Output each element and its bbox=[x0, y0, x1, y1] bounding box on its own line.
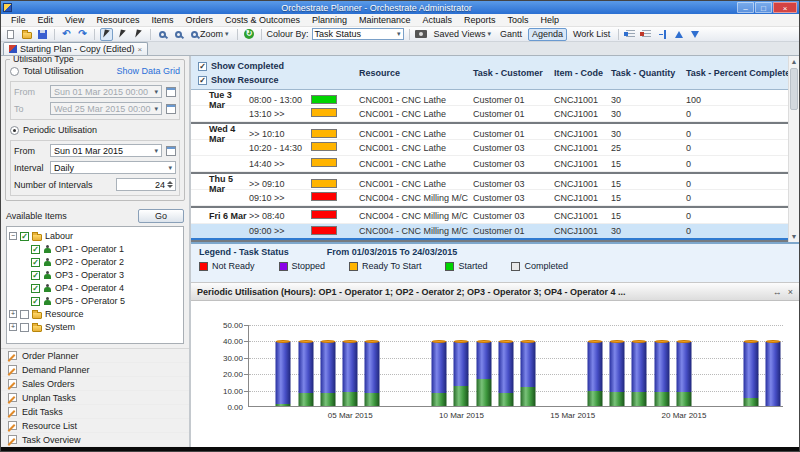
tree-node-op3-operator-3[interactable]: ✓OP3 - Operator 3 bbox=[9, 269, 181, 281]
agenda-view-button[interactable]: Agenda bbox=[528, 28, 567, 41]
chart-expand-button[interactable]: ↔ bbox=[773, 287, 782, 297]
spin-up-icon[interactable] bbox=[167, 181, 173, 184]
table-row[interactable]: Thu 5 Mar>> 09:10CNC001 - CNC LatheCusto… bbox=[191, 174, 799, 190]
show-data-grid-link[interactable]: Show Data Grid bbox=[116, 66, 180, 76]
tree-checkbox[interactable] bbox=[20, 310, 29, 319]
tree-checkbox[interactable]: ✓ bbox=[20, 232, 29, 241]
column-header-task-percent-completed[interactable]: Task - Percent Completed bbox=[686, 68, 799, 78]
zoom-in-button[interactable] bbox=[156, 28, 169, 41]
move-down-button[interactable] bbox=[688, 28, 701, 41]
menu-item-costs-outcomes[interactable]: Costs & Outcomes bbox=[219, 14, 306, 27]
periodic-from-field[interactable]: Sun 01 Mar 2015 ▾ bbox=[50, 144, 162, 157]
tree-node-resource[interactable]: +Resource bbox=[9, 308, 181, 320]
tree-checkbox[interactable] bbox=[20, 323, 29, 332]
scroll-up-button[interactable]: ▲ bbox=[789, 56, 799, 67]
nav-item-order-planner[interactable]: Order Planner bbox=[1, 349, 189, 363]
calendar-icon[interactable] bbox=[166, 146, 176, 156]
spin-down-icon[interactable] bbox=[167, 185, 173, 188]
number-stepper[interactable] bbox=[166, 179, 174, 190]
nav-item-demand-planner[interactable]: Demand Planner bbox=[1, 363, 189, 377]
menu-item-view[interactable]: View bbox=[59, 14, 90, 27]
column-header-task-quantity[interactable]: Task - Quantity bbox=[611, 68, 686, 78]
nav-item-edit-tasks[interactable]: Edit Tasks bbox=[1, 405, 189, 419]
menu-item-edit[interactable]: Edit bbox=[32, 14, 60, 27]
saved-views-button[interactable]: Saved Views ▾ bbox=[431, 28, 494, 41]
number-of-intervals-field[interactable]: 24 bbox=[116, 178, 176, 191]
outdent-button[interactable] bbox=[624, 28, 637, 41]
tree-expander-icon[interactable]: − bbox=[9, 232, 17, 240]
total-from-field[interactable]: Sun 01 Mar 2015 00:00 ▾ bbox=[50, 85, 162, 98]
tree-checkbox[interactable]: ✓ bbox=[31, 284, 40, 293]
save-button[interactable] bbox=[36, 28, 49, 41]
nav-item-unplan-tasks[interactable]: Unplan Tasks bbox=[1, 391, 189, 405]
tab-close-icon[interactable]: × bbox=[138, 45, 143, 54]
select-mode-button[interactable] bbox=[100, 28, 113, 41]
show-completed-toggle[interactable]: ✓ Show Completed bbox=[198, 59, 284, 73]
tree-node-op1-operator-1[interactable]: ✓OP1 - Operator 1 bbox=[9, 243, 181, 255]
table-row[interactable]: Tue 3 Mar08:00 - 13:00CNC001 - CNC Lathe… bbox=[191, 90, 799, 106]
table-row[interactable]: Wed 4 Mar>> 10:10CNC001 - CNC LatheCusto… bbox=[191, 124, 799, 140]
gantt-view-button[interactable]: Gantt bbox=[497, 28, 525, 41]
tree-expander-icon[interactable]: + bbox=[9, 310, 17, 318]
total-to-field[interactable]: Wed 25 Mar 2015 00:00 ▾ bbox=[50, 102, 162, 115]
colour-by-select[interactable]: Task Status ▾ bbox=[312, 28, 404, 40]
show-resource-toggle[interactable]: ✓ Show Resource bbox=[198, 73, 284, 87]
column-header-resource[interactable]: Resource bbox=[359, 68, 473, 78]
move-up-button[interactable] bbox=[672, 28, 685, 41]
vertical-scrollbar[interactable]: ▲ ▼ bbox=[788, 56, 799, 242]
nav-item-task-overview[interactable]: Task Overview bbox=[1, 433, 189, 447]
chart-close-button[interactable]: × bbox=[788, 287, 793, 297]
close-button[interactable]: × bbox=[773, 2, 797, 13]
menu-item-reports[interactable]: Reports bbox=[458, 14, 502, 27]
column-header-task-customer[interactable]: Task - Customer bbox=[473, 68, 554, 78]
table-row[interactable]: 14:40 >>CNC001 - CNC LatheCustomer 03CNC… bbox=[191, 156, 799, 172]
tree-node-op5-operator-5[interactable]: ✓OP5 - OPerator 5 bbox=[9, 295, 181, 307]
zoom-out-button[interactable] bbox=[172, 28, 185, 41]
snapshot-button[interactable] bbox=[415, 28, 428, 41]
interval-select[interactable]: Daily ▾ bbox=[50, 161, 176, 174]
tree-node-labour[interactable]: −✓Labour bbox=[9, 230, 181, 242]
move-to-button[interactable] bbox=[656, 28, 669, 41]
total-utilisation-radio[interactable] bbox=[10, 67, 19, 76]
open-button[interactable] bbox=[20, 28, 33, 41]
new-plan-button[interactable] bbox=[4, 28, 17, 41]
calendar-icon[interactable] bbox=[166, 87, 176, 97]
tree-checkbox[interactable]: ✓ bbox=[31, 271, 40, 280]
menu-item-help[interactable]: Help bbox=[535, 14, 566, 27]
undo-button[interactable]: ↶ bbox=[60, 28, 73, 41]
menu-item-items[interactable]: Items bbox=[145, 14, 179, 27]
maximize-button[interactable]: □ bbox=[755, 2, 772, 13]
tree-node-op4-operator-4[interactable]: ✓OP4 - Operator 4 bbox=[9, 282, 181, 294]
periodic-utilisation-radio[interactable] bbox=[10, 126, 19, 135]
table-row[interactable]: 09:00 >>CNC004 - CNC Milling M/CCustomer… bbox=[191, 224, 799, 240]
nav-item-resource-list[interactable]: Resource List bbox=[1, 419, 189, 433]
tree-node-system[interactable]: +System bbox=[9, 321, 181, 333]
tree-checkbox[interactable]: ✓ bbox=[31, 258, 40, 267]
column-header-item-code[interactable]: Item - Code bbox=[554, 68, 611, 78]
task-select-button[interactable] bbox=[132, 28, 145, 41]
menu-item-maintenance[interactable]: Maintenance bbox=[353, 14, 417, 27]
menu-item-tools[interactable]: Tools bbox=[502, 14, 535, 27]
go-button[interactable]: Go bbox=[138, 209, 184, 223]
indent-button[interactable] bbox=[640, 28, 653, 41]
work-list-view-button[interactable]: Work List bbox=[570, 28, 613, 41]
tab-starting-plan[interactable]: Starting Plan - Copy (Edited) × bbox=[3, 42, 148, 55]
calendar-icon[interactable] bbox=[166, 104, 176, 114]
tree-node-op2-operator-2[interactable]: ✓OP2 - Operator 2 bbox=[9, 256, 181, 268]
tree-checkbox[interactable]: ✓ bbox=[31, 245, 40, 254]
menu-item-orders[interactable]: Orders bbox=[179, 14, 219, 27]
redo-button[interactable]: ↷ bbox=[76, 28, 89, 41]
menu-item-file[interactable]: File bbox=[5, 14, 32, 27]
tree-expander-icon[interactable]: + bbox=[9, 323, 17, 331]
multi-select-button[interactable] bbox=[116, 28, 129, 41]
table-row[interactable]: 09:10 >>CNC004 - CNC Milling M/CCustomer… bbox=[191, 190, 799, 206]
scroll-down-button[interactable]: ▼ bbox=[789, 231, 799, 242]
refresh-button[interactable]: ↻ bbox=[243, 28, 256, 41]
scrollbar-thumb[interactable] bbox=[790, 68, 798, 110]
tree-checkbox[interactable]: ✓ bbox=[31, 297, 40, 306]
nav-item-sales-orders[interactable]: Sales Orders bbox=[1, 377, 189, 391]
table-row[interactable]: Fri 6 Mar>> 08:40CNC004 - CNC Milling M/… bbox=[191, 208, 799, 224]
menu-item-planning[interactable]: Planning bbox=[306, 14, 353, 27]
table-row[interactable]: 13:10 >>CNC001 - CNC LatheCustomer 01CNC… bbox=[191, 106, 799, 122]
table-row[interactable]: 10:20 - 14:30CNC001 - CNC LatheCustomer … bbox=[191, 140, 799, 156]
